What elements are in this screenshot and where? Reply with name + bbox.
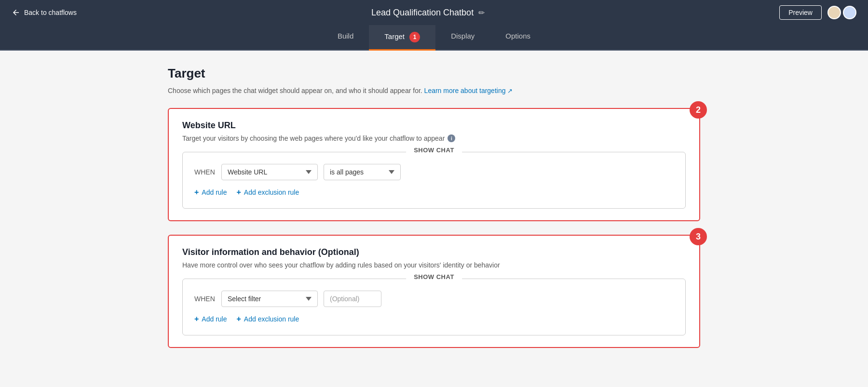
plus-icon-exclusion-rule-visitor: + — [237, 315, 241, 323]
page-title: Target — [168, 66, 700, 81]
avatar-group — [827, 6, 856, 19]
nav-tabs: Build Target 1 Display Options — [0, 25, 868, 51]
action-links-website: + Add rule + Add exclusion rule — [194, 188, 674, 197]
chatflow-title: Lead Qualification Chatbot — [371, 8, 474, 18]
plus-icon-exclusion-rule: + — [237, 188, 241, 197]
avatar-1 — [827, 6, 841, 19]
value-select-website[interactable]: is all pages contains is exactly starts … — [324, 164, 401, 180]
top-bar-actions: Preview — [779, 5, 856, 20]
add-exclusion-rule-button-website[interactable]: + Add exclusion rule — [237, 188, 299, 197]
add-exclusion-rule-button-visitor[interactable]: + Add exclusion rule — [237, 315, 299, 323]
main-content: Target Choose which pages the chat widge… — [145, 51, 723, 377]
plus-icon-add-rule-visitor: + — [194, 315, 199, 323]
page-title-bar: Lead Qualification Chatbot ✏ — [371, 8, 485, 18]
tab-options[interactable]: Options — [490, 25, 546, 51]
avatar-2 — [843, 6, 856, 19]
show-chat-fieldset-visitor: SHOW CHAT WHEN Select filter Contact pro… — [182, 279, 686, 335]
when-label-website: WHEN — [194, 168, 216, 176]
preview-button[interactable]: Preview — [779, 5, 822, 20]
back-to-chatflows-button[interactable]: Back to chatflows — [12, 8, 77, 17]
action-links-visitor: + Add rule + Add exclusion rule — [194, 315, 674, 323]
visitor-section-title: Visitor information and behavior (Option… — [182, 247, 686, 257]
show-chat-legend-visitor: SHOW CHAT — [406, 273, 462, 280]
add-rule-button-visitor[interactable]: + Add rule — [194, 315, 227, 323]
condition-select-website[interactable]: Website URL Page Title Page Path — [221, 164, 318, 180]
step-badge-2: 2 — [690, 101, 707, 119]
rule-row-visitor: WHEN Select filter Contact property Comp… — [194, 291, 674, 307]
show-chat-legend-website: SHOW CHAT — [406, 147, 462, 154]
visitor-section-description: Have more control over who sees your cha… — [182, 261, 686, 269]
website-url-title: Website URL — [182, 120, 686, 131]
top-bar: Back to chatflows Lead Qualification Cha… — [0, 0, 868, 25]
edit-title-icon[interactable]: ✏ — [478, 8, 485, 17]
tab-build[interactable]: Build — [322, 25, 369, 51]
tab-display[interactable]: Display — [435, 25, 490, 51]
learn-more-link[interactable]: Learn more about targeting — [424, 87, 506, 94]
page-description: Choose which pages the chat widget shoul… — [168, 87, 700, 94]
rule-row-website: WHEN Website URL Page Title Page Path is… — [194, 164, 674, 180]
plus-icon-add-rule: + — [194, 188, 199, 197]
show-chat-fieldset-website: SHOW CHAT WHEN Website URL Page Title Pa… — [182, 152, 686, 209]
optional-placeholder: (Optional) — [324, 291, 381, 307]
step-badge-3: 3 — [690, 228, 707, 245]
visitor-section: 3 Visitor information and behavior (Opti… — [168, 235, 700, 348]
external-link-icon: ↗ — [507, 87, 513, 94]
when-label-visitor: WHEN — [194, 295, 216, 303]
back-arrow-icon — [12, 8, 20, 17]
tab-target[interactable]: Target 1 — [369, 25, 435, 51]
website-url-section: 2 Website URL Target your visitors by ch… — [168, 108, 700, 221]
add-rule-button-website[interactable]: + Add rule — [194, 188, 227, 197]
website-url-description: Target your visitors by choosing the web… — [182, 134, 686, 142]
filter-select-visitor[interactable]: Select filter Contact property Company p… — [221, 291, 318, 307]
back-label: Back to chatflows — [24, 9, 77, 16]
info-icon-website: i — [448, 134, 455, 142]
nav-badge: 1 — [409, 32, 420, 42]
